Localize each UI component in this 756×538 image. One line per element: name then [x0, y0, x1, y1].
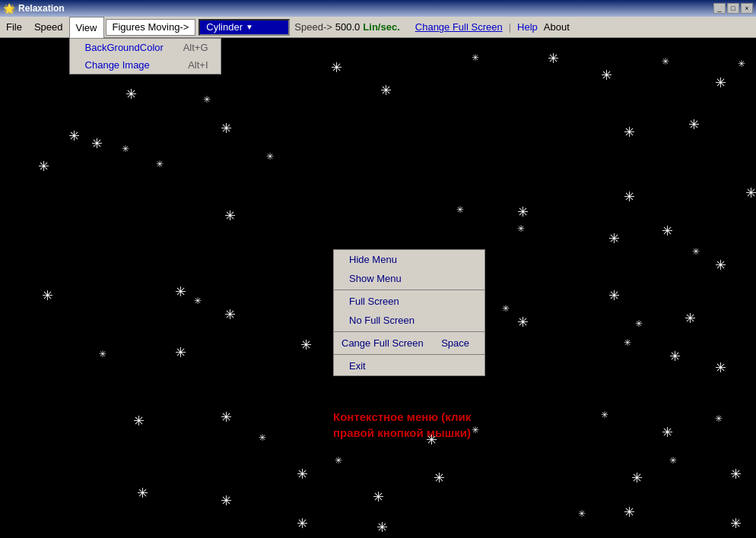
- star-decoration: ✳: [137, 486, 148, 500]
- canvas-area[interactable]: Hide Menu Show Menu Full Screen No Full …: [0, 38, 756, 538]
- app-title: Relaxation: [18, 3, 65, 14]
- ctx-full-screen[interactable]: Full Screen: [334, 292, 484, 311]
- star-decoration: ✳: [669, 456, 677, 465]
- star-decoration: ✳: [745, 186, 756, 200]
- star-decoration: ✳: [715, 258, 726, 272]
- star-decoration: ✳: [156, 160, 164, 169]
- star-decoration: ✳: [715, 76, 726, 90]
- star-decoration: ✳: [434, 471, 445, 485]
- change-full-screen-button[interactable]: Change Full Screen: [415, 21, 503, 33]
- ctx-exit[interactable]: Exit: [334, 356, 484, 375]
- app-icon: 🌟: [3, 2, 15, 14]
- star-decoration: ✳: [335, 456, 342, 465]
- lin-sec-label: Lin/sec.: [363, 21, 399, 33]
- star-decoration: ✳: [548, 52, 559, 65]
- menu-change-image[interactable]: Change Image Alt+I: [70, 56, 221, 74]
- star-decoration: ✳: [669, 350, 681, 363]
- star-decoration: ✳: [662, 224, 673, 238]
- star-decoration: ✳: [133, 414, 145, 428]
- star-decoration: ✳: [517, 224, 525, 233]
- star-decoration: ✳: [472, 53, 479, 62]
- star-decoration: ✳: [297, 517, 308, 530]
- star-decoration: ✳: [266, 152, 274, 161]
- star-decoration: ✳: [194, 296, 202, 305]
- star-decoration: ✳: [99, 350, 106, 359]
- star-decoration: ✳: [685, 312, 696, 325]
- russian-label: Контекстное меню (клик правой кнопкой мы…: [333, 409, 471, 441]
- star-decoration: ✳: [502, 304, 510, 313]
- figures-moving-label[interactable]: Figures Moving->: [106, 19, 196, 36]
- titlebar: 🌟 Relaxation _ □ ×: [0, 0, 756, 17]
- star-decoration: ✳: [517, 205, 529, 219]
- star-decoration: ✳: [688, 118, 700, 131]
- star-decoration: ✳: [730, 467, 742, 481]
- context-menu: Hide Menu Show Menu Full Screen No Full …: [333, 249, 485, 376]
- ctx-separator-1: [334, 290, 484, 290]
- view-dropdown-menu: BackGroundColor Alt+G Change Image Alt+I: [69, 38, 221, 74]
- titlebar-left: 🌟 Relaxation: [3, 2, 65, 14]
- cylinder-dropdown[interactable]: Cylinder ▼: [199, 19, 290, 36]
- star-decoration: ✳: [624, 125, 635, 139]
- star-decoration: ✳: [624, 338, 631, 347]
- star-decoration: ✳: [635, 319, 643, 328]
- star-decoration: ✳: [175, 346, 186, 359]
- menubar: File Speed View BackGroundColor Alt+G Ch…: [0, 17, 756, 38]
- star-decoration: ✳: [297, 467, 308, 481]
- star-decoration: ✳: [624, 190, 635, 204]
- star-decoration: ✳: [203, 95, 211, 104]
- star-decoration: ✳: [517, 315, 529, 329]
- star-decoration: ✳: [662, 57, 669, 66]
- ctx-no-full-screen[interactable]: No Full Screen: [334, 311, 484, 330]
- star-decoration: ✳: [578, 509, 586, 518]
- speed-value: 500.0: [335, 21, 361, 33]
- star-decoration: ✳: [300, 338, 312, 352]
- star-decoration: ✳: [608, 232, 620, 245]
- cylinder-label: Cylinder: [206, 21, 243, 33]
- menu-view[interactable]: View BackGroundColor Alt+G Change Image …: [69, 17, 104, 38]
- cylinder-arrow-icon: ▼: [246, 23, 253, 31]
- ctx-change-full-screen[interactable]: Cange Full Screen Space: [334, 334, 484, 353]
- star-decoration: ✳: [221, 122, 232, 135]
- star-decoration: ✳: [68, 129, 80, 143]
- menu-view-label[interactable]: View: [69, 17, 104, 38]
- star-decoration: ✳: [715, 361, 726, 375]
- ctx-separator-2: [334, 331, 484, 332]
- speed-label: Speed->: [294, 21, 332, 33]
- star-decoration: ✳: [331, 61, 342, 74]
- star-decoration: ✳: [380, 84, 392, 97]
- star-decoration: ✳: [692, 247, 700, 256]
- menu-file[interactable]: File: [0, 17, 28, 37]
- about-link[interactable]: About: [544, 21, 570, 33]
- star-decoration: ✳: [376, 521, 388, 534]
- star-decoration: ✳: [730, 517, 742, 530]
- window-controls[interactable]: _ □ ×: [713, 3, 753, 14]
- star-decoration: ✳: [472, 426, 479, 435]
- star-decoration: ✳: [624, 505, 635, 519]
- star-decoration: ✳: [373, 490, 384, 504]
- ctx-show-menu[interactable]: Show Menu: [334, 269, 484, 288]
- star-decoration: ✳: [175, 285, 186, 299]
- star-decoration: ✳: [608, 289, 620, 302]
- close-button[interactable]: ×: [741, 3, 753, 14]
- star-decoration: ✳: [91, 137, 103, 150]
- star-decoration: ✳: [125, 87, 137, 101]
- star-decoration: ✳: [122, 144, 129, 153]
- star-decoration: ✳: [259, 433, 266, 442]
- menu-separator: |: [509, 21, 511, 33]
- star-decoration: ✳: [224, 308, 236, 321]
- ctx-separator-3: [334, 354, 484, 355]
- ctx-hide-menu[interactable]: Hide Menu: [334, 250, 484, 269]
- restore-button[interactable]: □: [727, 3, 739, 14]
- star-decoration: ✳: [601, 410, 608, 419]
- star-decoration: ✳: [738, 59, 745, 68]
- menu-speed[interactable]: Speed: [28, 17, 69, 37]
- star-decoration: ✳: [631, 471, 643, 485]
- minimize-button[interactable]: _: [713, 3, 726, 14]
- star-decoration: ✳: [221, 494, 232, 508]
- star-decoration: ✳: [426, 433, 437, 447]
- help-link[interactable]: Help: [517, 21, 538, 33]
- star-decoration: ✳: [224, 209, 236, 223]
- star-decoration: ✳: [662, 426, 673, 439]
- star-decoration: ✳: [221, 410, 232, 424]
- menu-background-color[interactable]: BackGroundColor Alt+G: [70, 39, 221, 56]
